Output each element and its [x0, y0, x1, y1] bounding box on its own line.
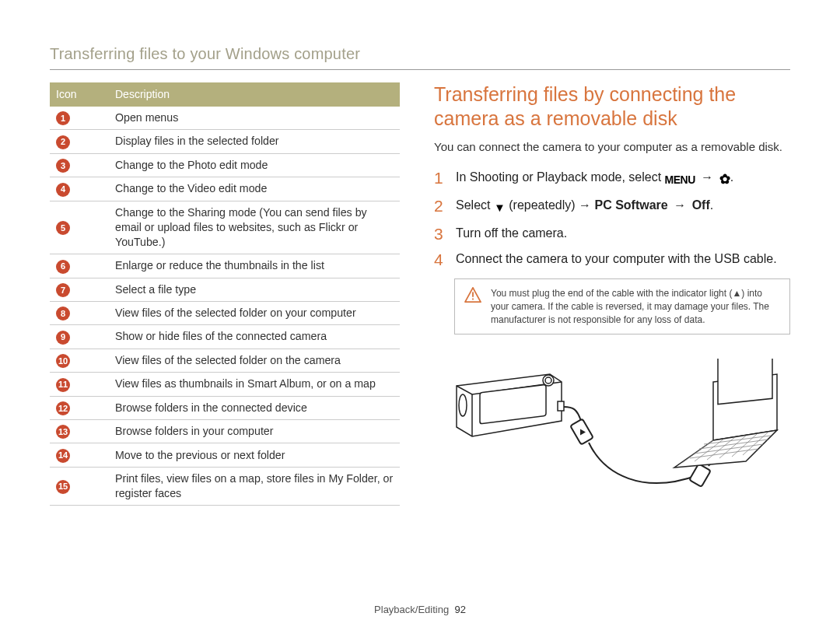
desc-cell: Show or hide files of the connected came…	[109, 325, 400, 349]
step-text: (repeatedly) →	[506, 198, 595, 212]
num-badge: 1	[56, 111, 70, 125]
num-badge: 10	[56, 354, 70, 368]
table-row: 3Change to the Photo edit mode	[50, 153, 400, 177]
desc-cell: Move to the previous or next folder	[109, 443, 400, 467]
num-badge: 8	[56, 306, 70, 321]
desc-cell: Change to the Video edit mode	[109, 177, 400, 201]
svg-rect-6	[558, 401, 564, 411]
num-badge: 5	[56, 221, 70, 235]
steps-list: In Shooting or Playback mode, select MEN…	[434, 169, 790, 268]
num-badge: 2	[56, 135, 70, 149]
table-row: 8View files of the selected folder on yo…	[50, 301, 400, 324]
svg-point-2	[543, 375, 554, 386]
table-row: 4Change to the Video edit mode	[50, 177, 400, 201]
pc-software-label: PC Software	[595, 198, 668, 212]
col-desc-header: Description	[109, 82, 400, 107]
desc-cell: Open menus	[109, 107, 400, 130]
num-badge: 9	[56, 331, 70, 345]
note-text: You must plug the end of the cable with …	[491, 287, 780, 326]
num-badge: 6	[56, 260, 70, 274]
step-text-end: .	[710, 198, 713, 212]
down-icon: ▼	[494, 200, 506, 215]
step-3: Turn off the camera.	[434, 225, 790, 242]
camera-laptop-illustration	[434, 347, 790, 526]
desc-cell: View files of the selected folder on you…	[109, 301, 400, 324]
step-1: In Shooting or Playback mode, select MEN…	[434, 169, 790, 187]
num-badge: 7	[56, 283, 70, 297]
table-row: 13Browse folders in your computer	[50, 420, 400, 443]
right-column: Transferring files by connecting the cam…	[434, 82, 790, 526]
svg-rect-1	[472, 299, 474, 300]
icon-description-table: Icon Description 1Open menus 2Display fi…	[50, 82, 400, 506]
col-icon-header: Icon	[50, 82, 109, 107]
desc-cell: Change to the Photo edit mode	[109, 153, 400, 177]
left-column: Icon Description 1Open menus 2Display fi…	[50, 82, 400, 526]
table-row: 12Browse folders in the connected device	[50, 396, 400, 419]
num-badge: 12	[56, 401, 70, 415]
table-row: 15Print files, view files on a map, stor…	[50, 467, 400, 505]
footer-page-number: 92	[454, 604, 465, 615]
table-row: 14Move to the previous or next folder	[50, 443, 400, 467]
page-footer: Playback/Editing 92	[0, 604, 840, 615]
arrow-icon: →	[668, 198, 692, 212]
step-text: Select	[456, 198, 494, 212]
table-row: 6Enlarge or reduce the thumbnails in the…	[50, 254, 400, 278]
num-badge: 14	[56, 449, 70, 463]
table-row: 2Display files in the selected folder	[50, 130, 400, 153]
content-columns: Icon Description 1Open menus 2Display fi…	[50, 82, 790, 526]
num-badge: 4	[56, 183, 70, 197]
step-text: In Shooting or Playback mode, select	[456, 170, 665, 184]
warning-note: You must plug the end of the cable with …	[454, 278, 790, 335]
footer-section: Playback/Editing	[374, 604, 449, 615]
desc-cell: View files of the selected folder on the…	[109, 349, 400, 372]
desc-cell: Change to the Sharing mode (You can send…	[109, 201, 400, 254]
svg-rect-9	[718, 359, 772, 405]
table-row: 5Change to the Sharing mode (You can sen…	[50, 201, 400, 254]
desc-cell: Display files in the selected folder	[109, 130, 400, 153]
desc-cell: Print files, view files on a map, store …	[109, 467, 400, 505]
table-row: 10View files of the selected folder on t…	[50, 349, 400, 372]
desc-cell: Browse folders in your computer	[109, 420, 400, 443]
step-text-end: .	[730, 170, 733, 184]
num-badge: 13	[56, 425, 70, 439]
desc-cell: Select a file type	[109, 278, 400, 301]
svg-point-5	[459, 394, 467, 416]
num-badge: 3	[56, 159, 70, 173]
desc-cell: View files as thumbnails in Smart Album,…	[109, 373, 400, 396]
table-row: 9Show or hide files of the connected cam…	[50, 325, 400, 349]
table-row: 1Open menus	[50, 107, 400, 130]
svg-rect-8	[689, 464, 711, 488]
desc-cell: Browse folders in the connected device	[109, 396, 400, 419]
arrow-icon: →	[695, 170, 719, 184]
section-intro: You can connect the camera to your compu…	[434, 139, 790, 155]
off-label: Off	[692, 198, 710, 212]
gear-icon: ✿	[719, 173, 730, 186]
page-title: Transferring files to your Windows compu…	[50, 45, 790, 70]
table-row: 11View files as thumbnails in Smart Albu…	[50, 373, 400, 396]
svg-rect-0	[472, 292, 474, 296]
num-badge: 11	[56, 378, 70, 392]
warning-icon	[464, 287, 481, 303]
num-badge: 15	[56, 480, 70, 494]
step-2: Select ▼ (repeatedly) → PC Software → Of…	[434, 197, 790, 215]
menu-icon: MENU	[665, 173, 695, 187]
desc-cell: Enlarge or reduce the thumbnails in the …	[109, 254, 400, 278]
step-4: Connect the camera to your computer with…	[434, 250, 790, 268]
section-heading: Transferring files by connecting the cam…	[434, 82, 790, 131]
table-row: 7Select a file type	[50, 278, 400, 301]
